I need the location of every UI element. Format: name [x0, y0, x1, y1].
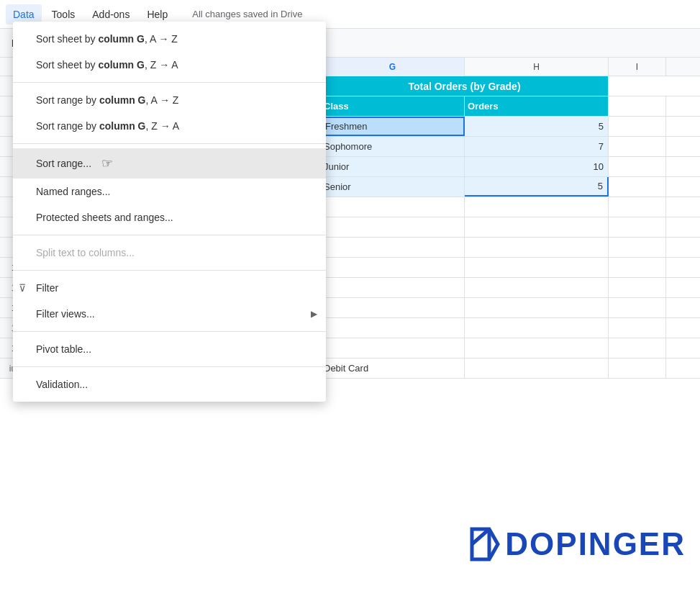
col-header-h[interactable]: H — [465, 58, 609, 76]
separator-3 — [13, 235, 326, 235]
named-ranges-label: Named ranges... — [36, 186, 111, 197]
sort-range-az[interactable]: Sort range by column G, A → Z — [13, 87, 326, 113]
validation-label: Validation... — [36, 379, 88, 390]
cell-i14[interactable] — [609, 338, 666, 358]
cell-h14[interactable] — [465, 338, 609, 358]
filter-item[interactable]: ⊽ Filter — [13, 275, 326, 301]
cell-g-bottom[interactable]: Debit Card — [321, 358, 465, 378]
cursor-icon: ☞ — [101, 155, 113, 171]
sort-sheet-za-label: Sort sheet by column G, Z → A — [36, 59, 178, 71]
cell-h2-orders[interactable]: Orders — [465, 96, 609, 116]
cell-h3-5[interactable]: 5 — [465, 117, 609, 136]
cell-h6-5[interactable]: 5 — [465, 177, 609, 197]
cell-i-bottom[interactable] — [609, 358, 666, 378]
cell-g1-title[interactable]: Total Orders (by Grade) — [321, 76, 609, 96]
cell-h10[interactable] — [465, 258, 609, 277]
cell-g12[interactable] — [321, 298, 465, 317]
cell-i10[interactable] — [609, 258, 666, 277]
cell-g4-sophomore[interactable]: Sophomore — [321, 137, 465, 156]
cell-g6-senior[interactable]: Senior — [321, 177, 465, 197]
sort-range-za[interactable]: Sort range by column G, Z → A — [13, 113, 326, 139]
cell-h4-7[interactable]: 7 — [465, 137, 609, 156]
cell-g2-class[interactable]: Class — [321, 96, 465, 116]
save-status: All changes saved in Drive — [192, 9, 302, 19]
cell-g9[interactable] — [321, 238, 465, 257]
cell-i13[interactable] — [609, 318, 666, 338]
filter-views-arrow: ▶ — [311, 309, 317, 319]
cell-i12[interactable] — [609, 298, 666, 317]
sort-sheet-az-label: Sort sheet by column G, A → Z — [36, 33, 178, 45]
cell-i3[interactable] — [609, 117, 666, 136]
pivot-table-item[interactable]: Pivot table... — [13, 336, 326, 362]
filter-views-item[interactable]: Filter views... ▶ — [13, 301, 326, 327]
protected-sheets-item[interactable]: Protected sheets and ranges... — [13, 204, 326, 230]
cell-h13[interactable] — [465, 318, 609, 338]
cell-g13[interactable] — [321, 318, 465, 338]
dopinger-logo: DOPINGER — [466, 526, 686, 562]
separator-4 — [13, 270, 326, 271]
named-ranges-item[interactable]: Named ranges... — [13, 179, 326, 204]
cell-h8[interactable] — [465, 217, 609, 237]
dopinger-text: DOPINGER — [505, 526, 686, 562]
svg-line-1 — [472, 529, 489, 544]
dopinger-d-icon — [466, 526, 504, 562]
validation-item[interactable]: Validation... — [13, 371, 326, 397]
cell-i6[interactable] — [609, 177, 666, 197]
dropdown-menu: Sort sheet by column G, A → Z Sort sheet… — [13, 22, 326, 402]
cell-i5[interactable] — [609, 157, 666, 176]
cell-i8[interactable] — [609, 217, 666, 237]
cell-h11[interactable] — [465, 278, 609, 297]
filter-label: Filter — [36, 282, 58, 294]
cell-g10[interactable] — [321, 258, 465, 277]
protected-sheets-label: Protected sheets and ranges... — [36, 212, 173, 223]
col-header-g[interactable]: G — [321, 58, 465, 76]
cell-h12[interactable] — [465, 298, 609, 317]
filter-views-label: Filter views... — [36, 308, 95, 320]
cell-i4[interactable] — [609, 137, 666, 156]
cell-g5-junior[interactable]: Junior — [321, 157, 465, 176]
separator-6 — [13, 366, 326, 367]
sort-range-item[interactable]: Sort range... ☞ — [13, 148, 326, 179]
cell-h-bottom[interactable] — [465, 358, 609, 378]
cell-h5-10[interactable]: 10 — [465, 157, 609, 176]
cell-i2[interactable] — [609, 96, 666, 116]
sort-range-label: Sort range... — [36, 158, 91, 169]
pivot-table-label: Pivot table... — [36, 343, 91, 355]
sort-sheet-az[interactable]: Sort sheet by column G, A → Z — [13, 26, 326, 52]
cell-h7[interactable] — [465, 197, 609, 217]
filter-icon: ⊽ — [19, 282, 26, 294]
sort-range-az-label: Sort range by column G, A → Z — [36, 94, 178, 106]
split-text-label: Split text to columns... — [36, 247, 135, 258]
cell-i11[interactable] — [609, 278, 666, 297]
cell-g7[interactable] — [321, 197, 465, 217]
split-text-item[interactable]: Split text to columns... — [13, 240, 326, 266]
sort-range-za-label: Sort range by column G, Z → A — [36, 120, 179, 132]
sort-sheet-za[interactable]: Sort sheet by column G, Z → A — [13, 52, 326, 78]
cell-h9[interactable] — [465, 238, 609, 257]
cell-i9[interactable] — [609, 238, 666, 257]
col-header-i[interactable]: I — [609, 58, 666, 76]
separator-5 — [13, 331, 326, 332]
separator-1 — [13, 82, 326, 83]
cell-g14[interactable] — [321, 338, 465, 358]
cell-g8[interactable] — [321, 217, 465, 237]
cell-g11[interactable] — [321, 278, 465, 297]
cell-i7[interactable] — [609, 197, 666, 217]
cell-g3-freshmen[interactable]: Freshmen — [321, 117, 465, 136]
separator-2 — [13, 143, 326, 144]
